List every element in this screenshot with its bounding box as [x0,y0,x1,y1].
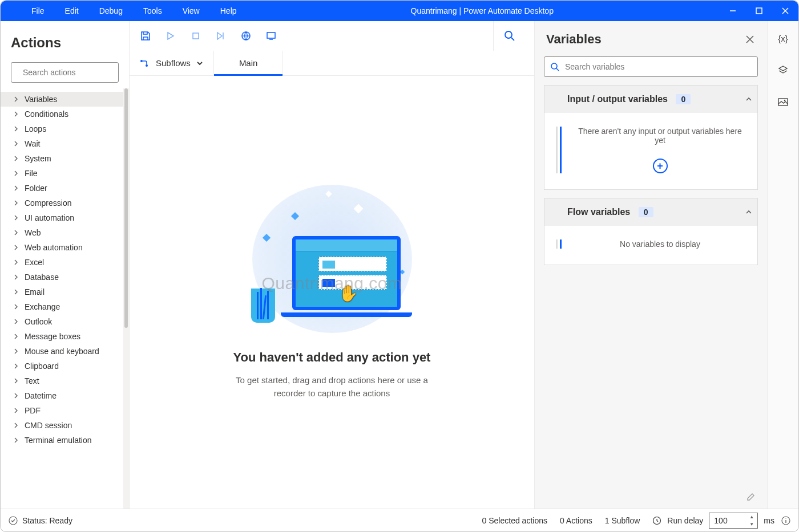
category-clipboard[interactable]: Clipboard [1,359,123,373]
menu-edit[interactable]: Edit [57,4,87,18]
category-loops[interactable]: Loops [1,121,123,136]
status-ok-icon [9,516,18,525]
menu-file[interactable]: File [23,4,53,18]
clock-icon [652,516,661,525]
variables-search-input[interactable] [565,62,752,71]
category-message-boxes[interactable]: Message boxes [1,329,123,344]
svg-point-11 [9,517,17,525]
flow-collapse-toggle[interactable] [740,208,757,216]
run-delay-input[interactable]: 100 ▲▼ [709,513,758,529]
chevron-right-icon [13,215,19,221]
svg-rect-4 [267,33,275,38]
delay-spinner[interactable]: ▲▼ [747,513,756,528]
chevron-right-icon [13,274,19,280]
rail-layers-button[interactable] [775,62,791,78]
add-io-variable-button[interactable]: + [653,159,668,173]
menu-help[interactable]: Help [212,4,245,18]
category-folder[interactable]: Folder [1,181,123,196]
category-outlook[interactable]: Outlook [1,314,123,329]
menu-tools[interactable]: Tools [135,4,170,18]
stop-button[interactable] [189,29,203,43]
chevron-right-icon [13,348,19,354]
svg-point-7 [146,64,148,67]
io-variables-empty-text: There aren't any input or output variabl… [572,127,748,145]
window-controls [720,1,798,21]
flow-variables-section: Flow variables 0 No variables to display [544,198,758,265]
category-web[interactable]: Web [1,225,123,240]
eraser-icon[interactable] [744,490,756,502]
editor-toolbar [130,21,534,51]
actions-search-input[interactable] [23,68,123,77]
section-resize-handle[interactable] [554,239,572,249]
window-title: Quantrimang | Power Automate Desktop [245,6,720,15]
category-terminal-emulation[interactable]: Terminal emulation [1,433,123,448]
rail-images-button[interactable] [775,94,791,110]
category-exchange[interactable]: Exchange [1,299,123,314]
save-button[interactable] [139,29,152,43]
actions-scrollbar[interactable] [123,88,129,509]
variables-search-box[interactable] [544,56,758,77]
subflows-dropdown[interactable]: Subflows [130,51,213,75]
title-bar: File Edit Debug Tools View Help Quantrim… [1,1,798,21]
chevron-right-icon [13,185,19,191]
category-mouse-keyboard[interactable]: Mouse and keyboard [1,344,123,359]
category-pdf[interactable]: PDF [1,403,123,418]
web-recorder-button[interactable] [239,29,253,43]
category-variables[interactable]: Variables [1,92,123,107]
category-datetime[interactable]: Datetime [1,388,123,403]
chevron-right-icon [13,259,19,265]
svg-point-10 [784,100,786,101]
category-system[interactable]: System [1,151,123,166]
chevron-right-icon [13,170,19,176]
actions-search-box[interactable] [11,62,119,83]
category-cmd-session[interactable]: CMD session [1,418,123,433]
chevron-right-icon [13,437,19,443]
category-compression[interactable]: Compression [1,196,123,210]
chevron-right-icon [13,304,19,310]
category-text[interactable]: Text [1,373,123,388]
empty-canvas[interactable]: ✋ Quantrimang.com You haven't added any … [130,76,534,509]
svg-point-8 [551,63,557,69]
tab-main[interactable]: Main [213,51,284,75]
chevron-right-icon [13,96,19,102]
rail-variables-button[interactable]: {x} [775,30,791,46]
category-web-automation[interactable]: Web automation [1,240,123,255]
category-conditionals[interactable]: Conditionals [1,107,123,121]
run-button[interactable] [164,29,177,43]
close-button[interactable] [772,1,798,21]
chevron-right-icon [13,156,19,161]
section-resize-handle[interactable] [554,127,572,173]
status-selected-actions: 0 Selected actions [482,516,547,525]
category-excel[interactable]: Excel [1,255,123,270]
category-file[interactable]: File [1,166,123,181]
category-wait[interactable]: Wait [1,136,123,151]
minimize-button[interactable] [720,1,746,21]
editor-tab-bar: Subflows Main [130,51,534,76]
status-subflow-count: 1 Subflow [605,516,640,525]
variables-panel-close[interactable] [742,31,758,47]
io-collapse-toggle[interactable] [740,95,757,103]
flow-variables-count: 0 [639,207,653,217]
chevron-right-icon [13,289,19,295]
run-delay-label: Run delay [667,516,703,525]
menu-debug[interactable]: Debug [91,4,131,18]
editor-search-button[interactable] [493,21,525,51]
category-ui-automation[interactable]: UI automation [1,210,123,225]
subflows-label: Subflows [156,58,191,68]
chevron-right-icon [13,378,19,384]
maximize-button[interactable] [746,1,772,21]
info-icon[interactable] [781,516,790,525]
step-button[interactable] [214,29,228,43]
actions-category-list[interactable]: Variables Conditionals Loops Wait System… [1,88,123,509]
chevron-right-icon [13,245,19,250]
desktop-recorder-button[interactable] [264,29,278,43]
chevron-right-icon [13,334,19,339]
right-tool-rail: {x} [768,21,798,509]
actions-panel: Actions Variables Conditionals Loops Wai… [1,21,130,509]
empty-illustration: ✋ [235,185,429,333]
subflow-icon [140,59,150,67]
empty-state-title: You haven't added any action yet [233,350,431,365]
menu-view[interactable]: View [175,4,208,18]
category-email[interactable]: Email [1,285,123,299]
category-database[interactable]: Database [1,270,123,285]
